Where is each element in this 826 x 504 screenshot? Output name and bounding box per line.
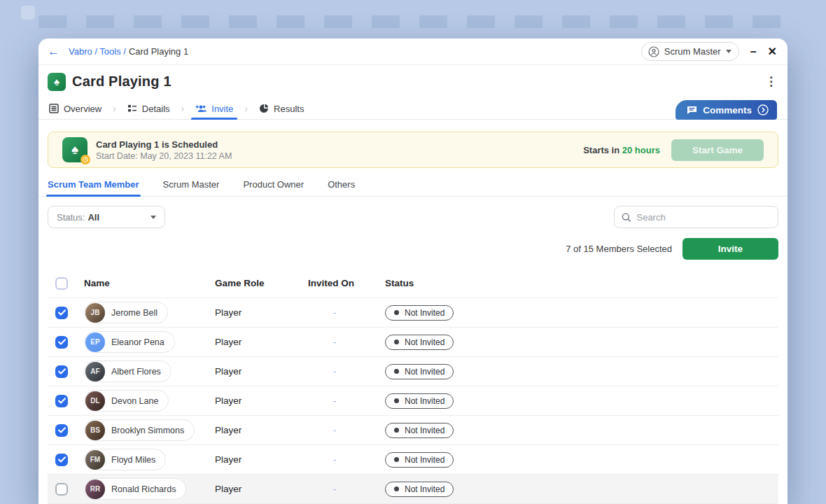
member-name: Eleanor Pena (111, 337, 164, 347)
row-checkbox[interactable] (55, 307, 68, 319)
member-name: Jerome Bell (111, 308, 158, 318)
game-role-cell: Player (215, 484, 308, 494)
table-row: BSBrooklyn SimmonsPlayer-Not Invited (48, 416, 778, 445)
subtab-scrum-team-member[interactable]: Scrum Team Member (48, 179, 139, 196)
scheduled-banner: ♠ Card Playing 1 is Scheduled Start Date… (48, 132, 778, 168)
member-chip[interactable]: EPEleanor Pena (84, 331, 175, 353)
invited-on-cell: - (308, 425, 385, 435)
row-checkbox[interactable] (55, 395, 68, 407)
member-chip[interactable]: BSBrooklyn Simmons (84, 419, 195, 441)
select-all-checkbox[interactable] (55, 277, 68, 290)
back-arrow-icon[interactable]: ← (48, 46, 59, 57)
row-checkbox[interactable] (55, 336, 68, 349)
row-checkbox[interactable] (55, 483, 68, 496)
desktop-background-chip (21, 6, 35, 20)
role-subtabs: Scrum Team MemberScrum MasterProduct Own… (38, 179, 788, 197)
title-row: ♠ Card Playing 1 ⋮ (38, 65, 788, 98)
avatar: FM (85, 450, 105, 470)
chevron-right-icon: › (244, 103, 248, 114)
status-badge: Not Invited (385, 482, 454, 497)
details-icon (127, 104, 137, 113)
role-selector-label: Scrum Master (664, 46, 721, 57)
member-name: Ronald Richards (111, 484, 176, 494)
members-table: Name Game Role Invited On Status JBJerom… (38, 269, 788, 504)
status-dot-icon (394, 310, 399, 315)
game-role-cell: Player (215, 337, 308, 347)
status-dot-icon (394, 457, 399, 462)
banner-text: Card Playing 1 is Scheduled Start Date: … (96, 139, 232, 161)
avatar: AF (85, 362, 105, 382)
more-options-kebab-icon[interactable]: ⋮ (765, 74, 777, 89)
filter-row: Status: All (38, 206, 788, 228)
invite-button[interactable]: Invite (682, 238, 778, 260)
game-role-cell: Player (215, 307, 308, 318)
subtab-others[interactable]: Others (328, 179, 355, 196)
banner-icon-wrap: ♠ (62, 137, 88, 162)
member-chip[interactable]: AFAlbert Flores (84, 360, 172, 382)
tab-invite-label: Invite (211, 104, 233, 114)
invited-on-cell: - (308, 454, 385, 465)
search-icon (622, 212, 631, 223)
status-label: Not Invited (405, 426, 444, 435)
table-row: EPEleanor PenaPlayer-Not Invited (48, 328, 778, 357)
status-filter-dropdown[interactable]: Status: All (48, 206, 165, 228)
tab-results-label: Results (274, 104, 304, 114)
status-badge: Not Invited (385, 364, 454, 379)
avatar: JB (85, 303, 105, 323)
overview-icon (49, 104, 59, 113)
avatar: BS (85, 421, 105, 440)
tabs-row: Overview › Details › Invite › (38, 98, 788, 120)
search-box[interactable] (614, 206, 778, 228)
member-name: Brooklyn Simmons (111, 426, 184, 435)
header-invited-on: Invited On (308, 278, 385, 288)
chevron-down-icon (726, 50, 732, 53)
minimize-button[interactable]: – (750, 46, 757, 57)
row-checkbox[interactable] (55, 424, 68, 437)
game-role-cell: Player (215, 396, 308, 406)
status-badge: Not Invited (385, 393, 454, 409)
status-dot-icon (394, 428, 399, 433)
member-chip[interactable]: DLDevon Lane (84, 390, 169, 412)
subtab-scrum-master[interactable]: Scrum Master (163, 179, 220, 196)
clock-badge-icon (80, 155, 90, 164)
member-chip[interactable]: FMFloyd Miles (84, 449, 166, 470)
member-chip[interactable]: RRRonald Richards (84, 478, 186, 500)
member-chip[interactable]: JBJerome Bell (84, 302, 168, 323)
tab-details[interactable]: Details (126, 98, 172, 119)
status-filter-label: Status: (57, 212, 85, 223)
role-selector-dropdown[interactable]: Scrum Master (641, 42, 739, 61)
starts-in-text: Starts in 20 hours (583, 145, 660, 155)
invited-on-cell: - (308, 307, 385, 318)
avatar: DL (85, 391, 105, 411)
comments-button[interactable]: Comments (676, 100, 777, 120)
results-pie-icon (259, 104, 269, 113)
row-checkbox[interactable] (55, 365, 68, 378)
banner-title: Card Playing 1 is Scheduled (96, 139, 232, 150)
table-row: AFAlbert FloresPlayer-Not Invited (48, 357, 778, 386)
tab-overview[interactable]: Overview (48, 98, 103, 119)
comments-icon (687, 106, 697, 115)
header-name: Name (84, 278, 215, 288)
chevron-right-icon: › (181, 103, 185, 114)
subtab-product-owner[interactable]: Product Owner (243, 179, 304, 196)
status-badge: Not Invited (385, 305, 454, 321)
status-label: Not Invited (405, 308, 444, 318)
search-input[interactable] (636, 212, 771, 223)
comments-label: Comments (703, 105, 752, 115)
member-name: Devon Lane (111, 396, 158, 406)
close-button[interactable]: ✕ (768, 46, 777, 57)
invited-on-cell: - (308, 396, 385, 406)
table-row: DLDevon LanePlayer-Not Invited (48, 386, 778, 416)
person-icon (648, 46, 659, 57)
tab-results[interactable]: Results (258, 98, 305, 119)
status-dot-icon (394, 486, 399, 491)
status-dot-icon (394, 340, 399, 344)
table-row: JBJerome BellPlayer-Not Invited (48, 298, 778, 328)
topbar: ← Vabro / Tools / Card Playing 1 Scrum M… (38, 38, 788, 65)
breadcrumb-link[interactable]: Vabro / Tools / (69, 46, 126, 57)
start-game-button[interactable]: Start Game (671, 139, 764, 161)
status-badge: Not Invited (385, 423, 454, 438)
tab-invite[interactable]: Invite (194, 98, 234, 119)
row-checkbox[interactable] (55, 454, 68, 466)
status-label: Not Invited (405, 484, 444, 494)
